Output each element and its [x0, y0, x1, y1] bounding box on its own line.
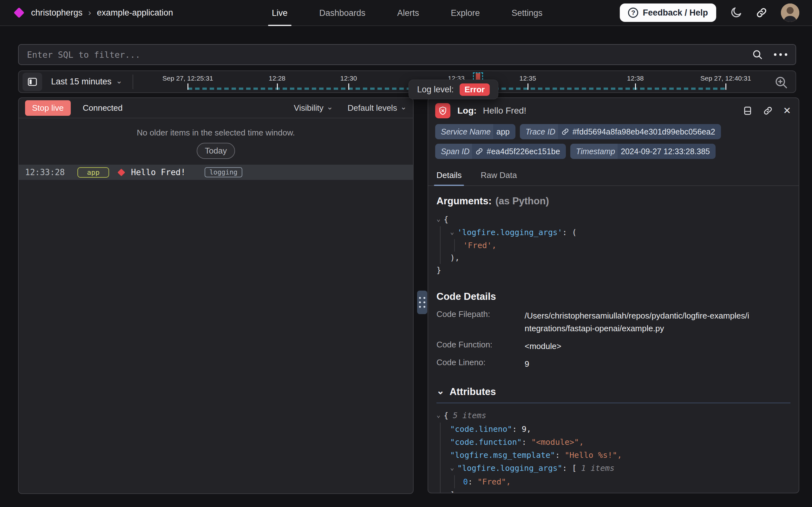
moon-icon — [730, 6, 742, 19]
collapse-chevron-icon[interactable]: ⌄ — [436, 409, 441, 421]
code-function-value: <module> — [524, 340, 750, 352]
code-function-label: Code Function: — [436, 340, 524, 352]
chevron-down-icon: ⌄ — [327, 103, 333, 111]
chevron-down-icon: ⌄ — [116, 77, 122, 85]
error-level-badge: Error — [459, 83, 490, 96]
tab-alerts[interactable]: Alerts — [396, 0, 420, 26]
dock-panel-icon[interactable] — [743, 106, 753, 116]
service-badge[interactable]: app — [77, 167, 109, 178]
detail-panel-header: Log: Hello Fred! ✕ — [428, 98, 799, 123]
live-logs-panel: Stop live Connected Visibility ⌄ Default… — [18, 97, 414, 494]
detail-tabs: Details Raw Data — [428, 167, 799, 186]
default-levels-dropdown[interactable]: Default levels ⌄ — [348, 103, 407, 113]
error-shield-icon — [435, 103, 450, 118]
theme-toggle-button[interactable] — [730, 6, 742, 19]
more-options-icon[interactable] — [774, 53, 787, 56]
log-level-tooltip: Log level: Error — [409, 79, 498, 99]
share-link-icon — [756, 7, 767, 19]
detail-title: Log: Hello Fred! — [457, 106, 526, 116]
feedback-help-button[interactable]: ? Feedback / Help — [620, 3, 716, 22]
tab-settings[interactable]: Settings — [510, 0, 544, 26]
empty-window-message: No older items in the selected time wind… — [19, 128, 413, 138]
arguments-heading: Arguments:(as Python) — [436, 195, 791, 207]
code-filepath-value: /Users/christophersamiullah/repos/pydant… — [524, 309, 750, 335]
copy-link-icon[interactable] — [763, 106, 773, 116]
log-timestamp: 12:33:28 — [25, 168, 65, 177]
sql-filter-bar — [18, 44, 796, 65]
log-details-panel: Log: Hello Fred! ✕ Service Name app Trac… — [428, 97, 799, 493]
breadcrumb-org[interactable]: christophergs — [31, 8, 82, 18]
time-range-selector[interactable]: Last 15 minutes ⌄ — [51, 77, 122, 87]
code-filepath-label: Code Filepath: — [436, 309, 524, 335]
stop-live-button[interactable]: Stop live — [25, 100, 71, 116]
collapse-chevron-icon[interactable]: ⌄ — [450, 461, 454, 474]
log-message: Hello Fred! — [131, 168, 186, 177]
timeline-bar: Last 15 minutes ⌄ Sep 27, 12:25:31 12:28… — [18, 70, 796, 93]
code-details-heading: Code Details — [436, 291, 791, 302]
log-meta-badges: Service Name app Trace ID #fdd5694a8fa98… — [428, 123, 733, 159]
zoom-in-icon — [774, 75, 789, 90]
zoom-in-button[interactable] — [774, 75, 789, 90]
breadcrumb-project[interactable]: example-application — [97, 8, 173, 18]
timestamp-badge: Timestamp 2024-09-27 12:33:28.385 — [570, 144, 715, 159]
tab-explore[interactable]: Explore — [449, 0, 481, 26]
search-icon[interactable] — [752, 49, 763, 60]
user-avatar[interactable] — [781, 3, 799, 22]
visibility-dropdown[interactable]: Visibility ⌄ — [294, 103, 333, 113]
chevron-down-icon: ⌄ — [436, 385, 444, 396]
code-lineno-value: 9 — [524, 357, 750, 370]
primary-nav-tabs: Live Dashboards Alerts Explore Settings — [270, 0, 544, 26]
feedback-help-label: Feedback / Help — [643, 8, 708, 18]
connection-status: Connected — [83, 103, 123, 113]
tab-raw-data[interactable]: Raw Data — [479, 167, 518, 185]
service-name-badge: Service Name app — [435, 124, 515, 139]
code-lineno-label: Code Lineno: — [436, 357, 524, 370]
live-panel-header: Stop live Connected Visibility ⌄ Default… — [19, 98, 413, 118]
chevron-down-icon: ⌄ — [400, 103, 407, 111]
panel-resize-handle[interactable] — [417, 291, 427, 314]
collapse-chevron-icon[interactable]: ⌄ — [436, 213, 441, 225]
attributes-heading[interactable]: ⌄ Attributes — [436, 386, 791, 398]
close-icon[interactable]: ✕ — [783, 106, 791, 115]
log-row[interactable]: 12:33:28 app Hello Fred! logging — [19, 165, 413, 180]
logfire-logo-icon[interactable] — [14, 7, 24, 18]
error-diamond-icon — [117, 168, 125, 176]
sidebar-toggle-icon — [27, 76, 38, 88]
tab-live[interactable]: Live — [270, 0, 289, 26]
top-navbar: christophergs › example-application Live… — [0, 0, 812, 26]
span-id-badge[interactable]: Span ID #ea4d5f226ec151be — [435, 144, 566, 159]
tab-dashboards[interactable]: Dashboards — [318, 0, 367, 26]
link-icon — [561, 127, 569, 136]
collapse-chevron-icon[interactable]: ⌄ — [450, 226, 454, 238]
tooltip-label: Log level: — [417, 85, 454, 95]
breadcrumb: christophergs › example-application — [31, 8, 173, 18]
timeline-divider — [133, 74, 133, 89]
time-range-label: Last 15 minutes — [51, 77, 112, 87]
breadcrumb-separator-icon: › — [88, 8, 91, 18]
sidebar-toggle-button[interactable] — [22, 73, 42, 91]
arguments-code-block: ⌄{ ⌄'logfire.logging_args': ( 'Fred', ),… — [436, 213, 791, 276]
today-button[interactable]: Today — [197, 143, 235, 159]
share-link-button[interactable] — [756, 7, 767, 19]
logging-tag-badge[interactable]: logging — [204, 167, 242, 177]
sql-filter-input[interactable] — [27, 50, 752, 60]
tab-details[interactable]: Details — [435, 167, 463, 185]
attributes-divider — [436, 403, 791, 403]
help-icon: ? — [628, 8, 638, 18]
attributes-json-tree: ⌄{5 items "code.lineno": 9, "code.functi… — [436, 409, 791, 493]
trace-id-badge[interactable]: Trace ID #fdd5694a8fa98eb4e301d99ebc056e… — [520, 124, 721, 139]
link-icon — [475, 147, 483, 156]
